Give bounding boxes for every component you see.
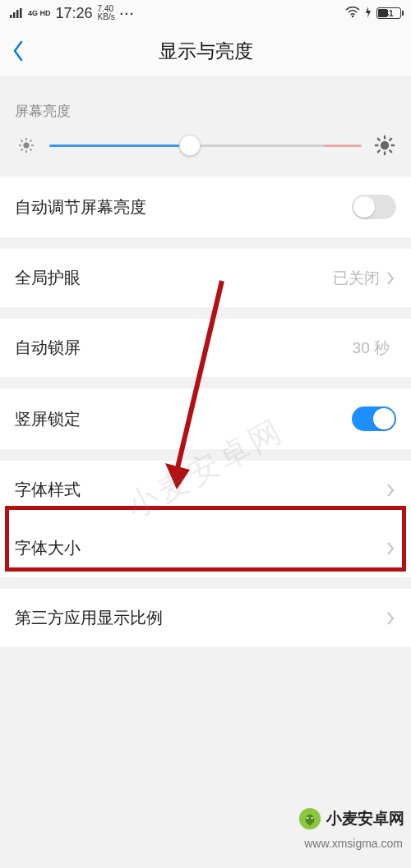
row-auto-brightness[interactable]: 自动调节屏幕亮度 [0,177,411,237]
chevron-right-icon [386,540,396,557]
svg-point-14 [381,141,388,149]
svg-point-5 [24,143,29,148]
watermark-brand: 小麦安卓网 [298,807,404,830]
battery-icon: 41 [376,7,401,19]
svg-line-20 [390,150,392,153]
net-speed: 7.40 KB/s [98,5,115,21]
row-eye-protect[interactable]: 全局护眼 已关闭 [0,249,411,307]
svg-line-13 [30,140,31,142]
svg-rect-2 [16,10,19,18]
brand-logo-icon [298,807,321,830]
svg-point-26 [307,817,308,819]
eye-protect-label: 全局护眼 [15,267,333,289]
chevron-right-icon [386,482,396,498]
svg-line-11 [30,149,31,150]
svg-rect-1 [13,12,16,18]
signal-icon [10,8,23,18]
svg-point-27 [311,817,312,819]
eye-protect-value: 已关闭 [333,268,380,289]
title-bar: 显示与亮度 [0,26,411,76]
svg-rect-3 [20,8,22,18]
brightness-section-label: 屏幕亮度 [0,90,411,129]
svg-line-21 [377,150,380,153]
chevron-right-icon [386,270,396,287]
svg-line-22 [390,138,392,140]
chevron-right-icon [386,610,396,627]
watermark-url: www.xmsigma.com [304,837,403,850]
signal-label: 4G HD [28,10,51,17]
status-time: 17:26 [56,5,93,22]
more-icon: ··· [120,7,136,21]
row-third-party-ratio[interactable]: 第三方应用显示比例 [0,589,411,647]
brightness-high-icon [373,134,396,157]
svg-point-4 [352,15,353,16]
auto-lock-label: 自动锁屏 [15,337,353,359]
orientation-lock-toggle[interactable] [352,406,396,431]
brightness-low-icon [15,134,38,157]
row-font-size[interactable]: 字体大小 [0,519,411,577]
auto-lock-value: 30 秒 [353,338,390,359]
brightness-slider[interactable] [49,137,362,154]
wifi-icon [345,7,360,21]
svg-line-10 [21,140,23,142]
status-bar: 4G HD 17:26 7.40 KB/s ··· 41 [0,0,411,26]
auto-brightness-toggle[interactable] [352,195,396,219]
font-size-label: 字体大小 [15,537,386,559]
brand-text: 小麦安卓网 [326,808,404,829]
auto-brightness-label: 自动调节屏幕亮度 [15,196,352,218]
row-font-style[interactable]: 字体样式 [0,461,411,519]
svg-line-19 [377,138,380,140]
page-title: 显示与亮度 [0,39,411,64]
battery-pct: 41 [377,9,400,18]
svg-rect-0 [10,15,12,18]
charging-icon [365,7,372,21]
font-style-label: 字体样式 [15,479,386,501]
row-auto-lock[interactable]: 自动锁屏 30 秒 [0,319,411,377]
third-party-ratio-label: 第三方应用显示比例 [15,607,386,629]
slider-thumb[interactable] [179,135,201,156]
svg-line-12 [21,149,23,150]
row-orientation-lock[interactable]: 竖屏锁定 [0,388,411,449]
brightness-slider-row [0,129,411,177]
orientation-lock-label: 竖屏锁定 [15,408,352,430]
